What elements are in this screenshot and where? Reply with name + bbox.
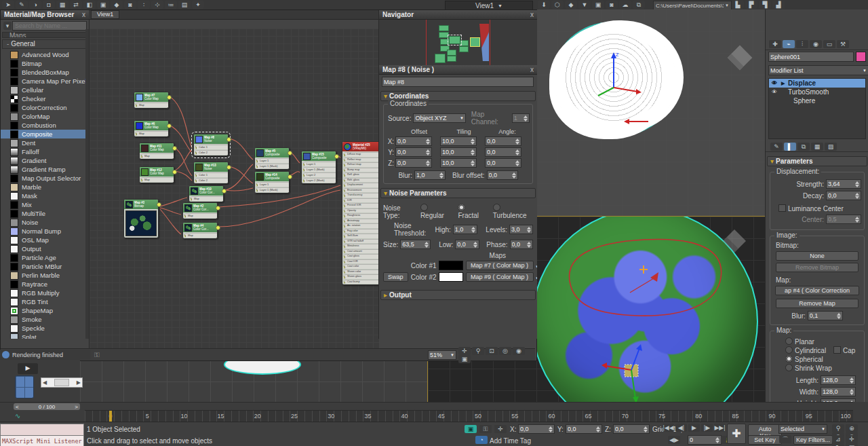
node-map-6[interactable]: Map #6Color MapMap (134, 120, 169, 137)
node-slot-map[interactable]: Map (184, 233, 217, 238)
mirror-icon[interactable]: ⬇ (538, 1, 550, 9)
spinner-arrows[interactable] (471, 160, 475, 166)
node-map-15[interactable]: Map #15CompositeLayer 1Layer 1 (Mask)Lay… (301, 151, 336, 184)
node-slot-layer-2-mask-[interactable]: Layer 2 (Mask) (303, 178, 336, 183)
move-children-icon[interactable]: ⇄ (70, 1, 82, 9)
stack-item-sphere[interactable]: Sphere (769, 96, 865, 105)
node-output-socket[interactable] (216, 225, 220, 230)
browser-item-mask[interactable]: Mask (1, 191, 89, 200)
high-spinner[interactable]: 1,0 (453, 225, 477, 234)
spin-down-icon[interactable] (426, 153, 430, 155)
viewport-top[interactable]: Z (536, 10, 765, 216)
radio-regular[interactable]: Regular (420, 204, 452, 219)
browser-item-mix[interactable]: Mix (1, 200, 89, 209)
strength-spinner[interactable]: 3,64 (826, 179, 861, 189)
radio-shrink-wrap[interactable]: Shrink Wrap (785, 365, 832, 372)
maps-group-header[interactable]: Maps (2, 32, 87, 38)
spin-up-icon[interactable] (471, 149, 475, 152)
node-map-7[interactable]: Map #7Color MapMap (134, 92, 169, 109)
pin-stack-icon[interactable]: ✎ (770, 143, 783, 151)
map1-enable-check[interactable]: ✔ (536, 262, 537, 270)
expand-arrow-icon[interactable]: ▶ (781, 81, 788, 86)
node-map-13[interactable]: Map #13NoiseColor 1Color 2 (193, 162, 229, 184)
node-slot-map[interactable]: Map (136, 131, 168, 136)
key-filters-button[interactable]: Key Filters... (793, 435, 833, 445)
frame-field[interactable]: 0 (688, 435, 722, 445)
levels-spinner[interactable]: 3,0 (509, 225, 533, 234)
timeline-ruler[interactable]: 0510152025303540455055606570758085909510… (85, 410, 853, 422)
node-output-socket[interactable] (222, 189, 226, 193)
playback-button[interactable]: |◀◀ (663, 424, 674, 432)
zoom-icon[interactable]: ⚲ (832, 424, 844, 432)
radio-turbulence[interactable]: Turbulence (493, 204, 533, 219)
rendered-frame-icon[interactable]: ▣ (592, 1, 604, 9)
modifier-list-dropdown[interactable]: Modifier List▼ (768, 65, 868, 75)
horizontal-scrollbar[interactable]: ◀ ▶ (41, 377, 83, 388)
node-slot-sheen-gloss[interactable]: Sheen gloss (344, 274, 379, 279)
browser-item-perlin-marble[interactable]: Perlin Marble (1, 271, 89, 280)
spin-down-icon[interactable] (426, 142, 430, 145)
noise-panel-titlebar[interactable]: Map #8 ( Noise ) x (379, 65, 537, 75)
zoom-extents-selected-icon[interactable]: ◉ (513, 347, 525, 355)
navigator-canvas[interactable] (379, 20, 537, 65)
browser-item-rgb-multiply[interactable]: RGB Multiply (1, 289, 89, 297)
viewcube[interactable] (728, 45, 753, 71)
node-wire[interactable] (219, 190, 340, 227)
material-editor-icon[interactable]: ◆ (565, 1, 577, 9)
y-field[interactable]: 0,0 (566, 424, 602, 434)
x-field[interactable]: 0,0 (518, 424, 555, 434)
key-step-icon[interactable]: ◀▶ (668, 436, 680, 444)
hide-unused-nodeslots-icon[interactable]: ◧ (83, 1, 96, 9)
browser-item-particle-mblur[interactable]: Particle MBlur (1, 262, 89, 271)
offset-spinner[interactable]: 0,0 (395, 158, 432, 168)
browser-item-osl-map[interactable]: OSL Map (1, 236, 89, 244)
object-name-field[interactable]: Sphere001 (768, 52, 854, 62)
node-header[interactable]: Map #4Color Cor... (183, 223, 217, 232)
spinner-arrows[interactable] (515, 149, 519, 155)
spinner-arrows[interactable] (471, 138, 475, 145)
tiling-spinner[interactable]: 10,0 (440, 136, 477, 146)
time-slider[interactable]: < 0 / 100 > (14, 403, 80, 410)
node-slot-layer-1[interactable]: Layer 1 (256, 158, 289, 163)
spline-circle[interactable] (543, 230, 747, 339)
node-map-5[interactable]: Map #5CompositeLayer 1Layer 1 (Mask) (254, 147, 290, 170)
selection-lock-icon[interactable]: ⚿ (479, 425, 492, 433)
node-slot-layer-1[interactable]: Layer 1 (303, 162, 336, 166)
node-slot-diffuse-map[interactable]: Diffuse map (344, 152, 379, 157)
node-output-socket[interactable] (216, 206, 220, 210)
node-slot-refr-gloss[interactable]: Refr. gloss (344, 178, 379, 183)
pan-tool-icon[interactable]: ▤ (178, 1, 191, 9)
node-graph-canvas[interactable]: Map #7Color MapMapMap #6Color MapMapMap … (89, 29, 379, 358)
assign-material-icon[interactable]: ◘ (43, 1, 55, 9)
browser-item-splat[interactable]: Splat (1, 333, 89, 339)
pan-hand-icon[interactable]: ✛ (458, 347, 471, 355)
save-folder-icon[interactable]: ▜ (759, 1, 771, 9)
rollout-output[interactable]: ▸Output (380, 290, 536, 300)
browser-item-camera-map-per-pixel[interactable]: Camera Map Per Pixel (1, 77, 89, 86)
navigator-titlebar[interactable]: Navigator x (379, 10, 537, 20)
node-slot-translucency[interactable]: Translucency (344, 193, 379, 198)
node-slot-color-2[interactable]: Color 2 (195, 178, 228, 183)
radio-spherical[interactable]: Spherical (785, 356, 823, 363)
scroll-left-icon[interactable]: ◀ (43, 379, 47, 386)
playback-button[interactable]: ▶▶| (714, 424, 726, 432)
spin-up-icon[interactable] (426, 160, 430, 163)
browser-item-marble[interactable]: Marble (1, 183, 89, 191)
browser-item-blendedboxmap[interactable]: BlendedBoxMap (1, 68, 89, 77)
node-material-25[interactable]: Material #25(VRayMtl)Diffuse mapReflect … (342, 141, 379, 285)
node-map-10[interactable]: Map #10Color Cor...Map (189, 185, 224, 202)
maximize-viewport-icon[interactable]: ▣ (846, 443, 858, 446)
browser-item-multitile[interactable]: MultiTile (1, 209, 89, 218)
configure-modifier-sets-icon[interactable]: ▨ (825, 143, 837, 151)
node-slot-refract-map[interactable]: Refract map (344, 162, 379, 167)
node-header[interactable]: Map #12Color Map (140, 167, 174, 176)
show-end-result-icon[interactable]: ▌ (784, 143, 796, 151)
node-slot-map[interactable]: Map (136, 103, 168, 107)
node-slot-layer-1-mask-[interactable]: Layer 1 (Mask) (256, 187, 289, 192)
bitmap-none-button[interactable]: None (776, 251, 859, 261)
node-slot-layer-1-mask-[interactable]: Layer 1 (Mask) (256, 164, 289, 168)
node-wire[interactable] (174, 149, 192, 171)
low-spinner[interactable]: 0,0 (455, 240, 479, 249)
scroll-right-icon[interactable]: ▶ (77, 379, 81, 386)
node-output-socket[interactable] (226, 137, 231, 142)
